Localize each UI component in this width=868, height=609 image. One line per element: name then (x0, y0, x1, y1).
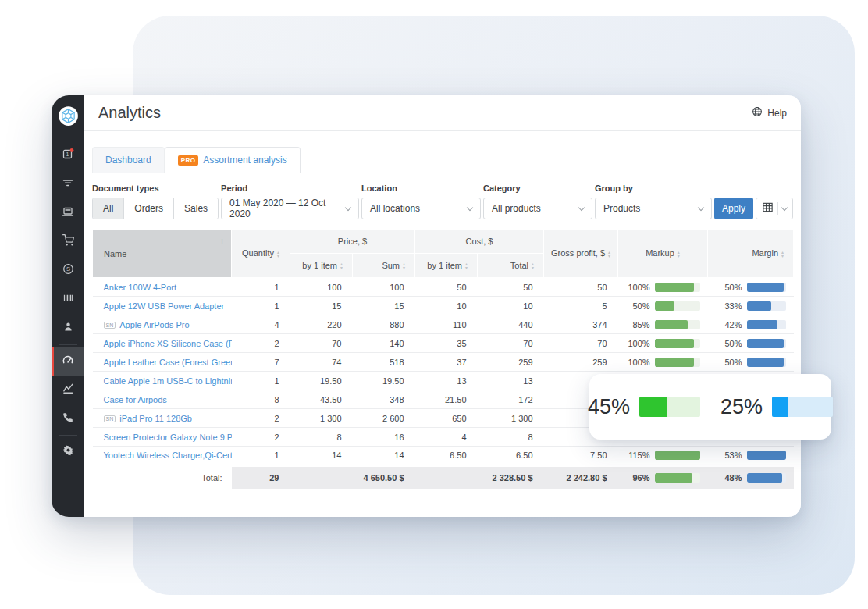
product-name-cell: Screen Protector Galaxy Note 9 Privac... (93, 428, 232, 447)
product-link[interactable]: Screen Protector Galaxy Note 9 Privac... (104, 433, 232, 442)
col-header-markup[interactable]: Markup▴▾ (618, 230, 708, 278)
markup-bar (655, 320, 700, 329)
col-header-quantity[interactable]: Quantity▴▾ (232, 230, 290, 278)
cost-by-item-cell: 650 (415, 409, 478, 428)
apply-button[interactable]: Apply (714, 198, 753, 219)
doc-type-sales-button[interactable]: Sales (174, 198, 218, 219)
margin-cell: 53% (708, 447, 794, 465)
cost-by-item-cell: 4 (415, 428, 478, 447)
sidebar-item-filters[interactable] (52, 169, 84, 198)
product-link[interactable]: Apple Leather Case (Forest Green) for... (104, 358, 232, 367)
product-link[interactable]: Apple iPhone XS Silicone Case (Pink S... (104, 339, 232, 348)
margin-value: 50% (720, 283, 742, 292)
product-link[interactable]: Apple 12W USB Power Adapter (104, 301, 225, 311)
chevron-down-icon[interactable] (781, 204, 788, 210)
cost-total-cell: 50 (478, 278, 544, 297)
product-link[interactable]: Case for Airpods (104, 395, 167, 404)
sidebar-item-pos[interactable] (52, 198, 84, 227)
sidebar-item-finance[interactable]: S (52, 256, 84, 285)
price-by-item-cell: 19.50 (290, 372, 353, 390)
gross-profit-cell: 50 (544, 278, 618, 297)
sort-icon: ▴▾ (532, 262, 534, 270)
tab-assortment-label: Assortment analysis (203, 155, 286, 166)
col-header-price-by-item[interactable]: by 1 item▴▾ (290, 254, 353, 278)
price-sum-cell: 16 (353, 428, 415, 447)
table-row: Apple 12W USB Power Adapter115151010550%… (93, 297, 794, 315)
col-header-gross-profit[interactable]: Gross profit, $▴▾ (544, 230, 618, 278)
margin-cell: 42% (708, 315, 794, 334)
app-logo[interactable] (58, 105, 79, 130)
page-title: Analytics (98, 104, 161, 122)
markup-bar (655, 283, 700, 292)
doc-type-all-button[interactable]: All (93, 198, 124, 219)
serial-number-badge: SN (104, 322, 116, 329)
col-header-name[interactable]: Name ↑ (93, 230, 232, 278)
sidebar-divider (59, 344, 77, 345)
cost-total-cell: 70 (478, 334, 544, 353)
logo-icon (58, 105, 79, 126)
chevron-down-icon (467, 204, 473, 210)
location-select[interactable]: All locations (361, 198, 481, 219)
col-header-cost-by-item[interactable]: by 1 item▴▾ (415, 254, 478, 278)
col-header-price-sum[interactable]: Sum▴▾ (353, 254, 415, 278)
total-markup-cell: 96% (618, 465, 708, 489)
globe-icon (752, 106, 763, 119)
sidebar-item-merchants[interactable] (52, 314, 84, 343)
margin-bar (747, 358, 786, 367)
cost-total-cell: 10 (478, 297, 544, 315)
product-link[interactable]: iPad Pro 11 128Gb (119, 414, 192, 423)
product-link[interactable]: Anker 100W 4-Port (104, 283, 177, 292)
col-header-margin[interactable]: Margin▴▾ (708, 230, 794, 278)
group-by-label: Group by (595, 183, 712, 193)
markup-bar (655, 358, 700, 367)
document-types-label: Document types (92, 183, 219, 193)
sidebar-item-purchases[interactable] (52, 227, 84, 256)
markup-callout-bar (639, 397, 700, 417)
table-row: SNApple AirPods Pro422088011044037485%42… (93, 315, 794, 334)
sidebar-item-settings[interactable] (52, 437, 84, 466)
pro-badge: PRO (178, 155, 199, 166)
col-header-cost-total[interactable]: Total▴▾ (478, 254, 544, 278)
sidebar-item-analytics[interactable] (52, 347, 84, 376)
margin-value: 50% (720, 358, 742, 367)
name-header-label: Name (104, 249, 126, 258)
calendar-notification-icon: 1 (62, 148, 74, 163)
doc-type-orders-button[interactable]: Orders (124, 198, 174, 219)
gross-profit-cell: 374 (544, 315, 618, 334)
help-label: Help (767, 108, 787, 119)
cost-by-item-cell: 6.50 (415, 447, 478, 465)
margin-callout-value: 25% (720, 395, 763, 419)
sort-icon: ▴▾ (465, 262, 468, 270)
pos-terminal-icon (62, 205, 74, 221)
category-select[interactable]: All products (483, 198, 592, 219)
price-sum-cell: 880 (353, 315, 415, 334)
product-link[interactable]: Yootech Wireless Charger,Qi-Certified... (104, 451, 232, 460)
tab-dashboard[interactable]: Dashboard (92, 147, 165, 173)
cost-by-item-cell: 35 (415, 334, 478, 353)
svg-text:1: 1 (66, 151, 69, 157)
sort-asc-icon: ↑ (220, 237, 224, 245)
price-sum-cell: 14 (353, 447, 415, 465)
total-markup-bar (655, 473, 700, 483)
table-view-button[interactable] (756, 198, 793, 219)
sort-icon: ▴▾ (781, 251, 784, 258)
total-margin-cell: 48% (708, 465, 794, 489)
period-select[interactable]: 01 May 2020 — 12 Oct 2020 (221, 198, 359, 219)
help-button[interactable]: Help (752, 106, 787, 119)
sidebar-item-notifications[interactable]: 1 (52, 141, 84, 169)
tab-assortment-analysis[interactable]: PRO Assortment analysis (165, 147, 301, 173)
sidebar-item-reports[interactable] (52, 376, 84, 404)
sidebar-item-barcode[interactable] (52, 285, 84, 314)
sidebar-item-support[interactable] (52, 404, 84, 433)
markup-value: 100% (628, 283, 649, 292)
product-link[interactable]: Apple AirPods Pro (119, 320, 189, 329)
table-row: Yootech Wireless Charger,Qi-Certified...… (93, 447, 794, 465)
sort-icon: ▴▾ (608, 251, 610, 258)
product-name-cell: Case for Airpods (93, 390, 232, 409)
group-by-select[interactable]: Products (595, 198, 712, 219)
gross-profit-cell: 7.50 (544, 447, 618, 465)
product-link[interactable]: Cable Apple 1m USB-C to Lightning (W... (104, 376, 232, 386)
cost-total-cell: 8 (478, 428, 544, 447)
markup-value: 100% (628, 339, 649, 348)
sidebar-divider (59, 435, 77, 436)
